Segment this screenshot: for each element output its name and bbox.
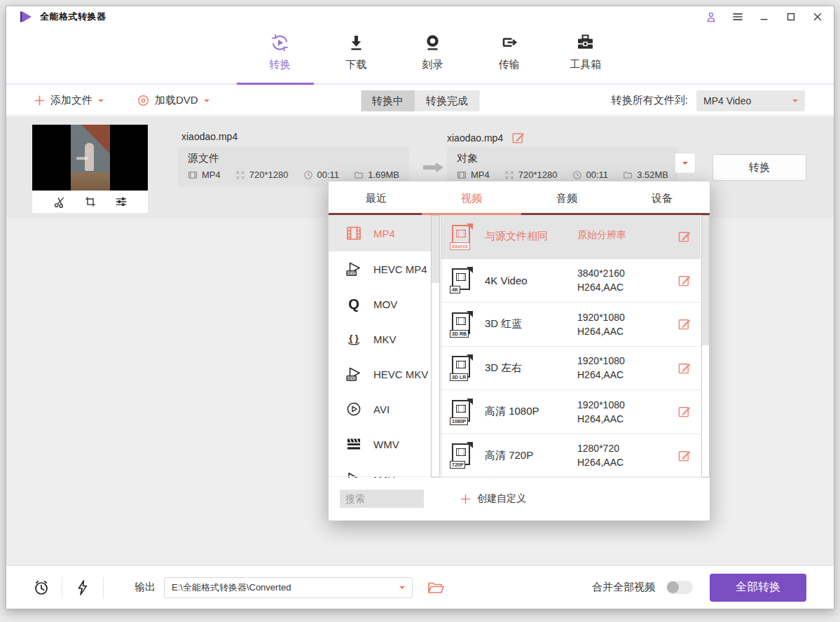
resolution-icon	[504, 170, 514, 180]
format-item-avi[interactable]: AVI	[329, 392, 432, 427]
tab-burn-label: 刻录	[422, 58, 443, 71]
tab-toolbox[interactable]: 工具箱	[547, 33, 624, 71]
maximize-icon[interactable]	[785, 11, 797, 23]
main-nav: 转换 下载 刻录 传输	[6, 26, 834, 85]
bottom-bar: 输出 E:\全能格式转换器\Converted 合并全部视频 全部转换	[6, 565, 834, 609]
preset-1080p-icon: 1080P	[451, 399, 472, 424]
format-list-scrollbar[interactable]	[431, 215, 440, 478]
video-thumbnail-card	[32, 125, 148, 213]
tab-finished[interactable]: 转换完成	[415, 90, 479, 111]
active-tab-underline	[237, 83, 314, 85]
format-item-hevc-mkv[interactable]: HEVC HEVC MKV	[329, 357, 432, 392]
tab-burn[interactable]: 刻录	[394, 33, 471, 71]
dropdown-caret-icon	[792, 99, 798, 105]
rename-edit-icon[interactable]	[511, 131, 525, 144]
toolbox-icon	[576, 33, 595, 53]
plus-icon	[460, 494, 471, 504]
high-speed-bolt-icon[interactable]	[74, 579, 92, 597]
format-list: MP4 HEVC HEVC MP4 Q MOV	[329, 215, 441, 478]
source-resolution: 720*1280	[249, 170, 289, 180]
svg-text:Q: Q	[348, 296, 359, 312]
output-path-dropdown[interactable]: E:\全能格式转换器\Converted	[164, 577, 413, 598]
open-folder-icon[interactable]	[427, 579, 445, 597]
download-icon	[347, 33, 366, 53]
preset-4k-icon: 4K	[451, 268, 472, 293]
convert-all-to-label: 转换所有文件到:	[612, 94, 688, 107]
tab-transfer[interactable]: 传输	[471, 33, 547, 71]
preset-list-scrollbar[interactable]	[701, 215, 710, 478]
status-segmented-control: 转换中 转换完成	[361, 90, 479, 111]
convert-all-button[interactable]: 全部转换	[710, 574, 806, 602]
format-item-mov[interactable]: Q MOV	[329, 286, 432, 322]
target-format: MP4	[471, 170, 490, 180]
target-format-dropdown-button[interactable]	[675, 153, 696, 174]
menu-icon[interactable]	[731, 11, 744, 23]
load-dvd-button[interactable]: 加载DVD	[137, 94, 209, 107]
edit-preset-icon[interactable]	[677, 317, 691, 331]
preset-3d-lr-icon: 3D LR	[451, 355, 472, 380]
source-duration: 00:11	[317, 170, 340, 180]
app-window: 全能格式转换器	[6, 6, 834, 609]
mkv-braces-icon: { }	[345, 331, 362, 347]
crop-icon[interactable]	[84, 195, 97, 208]
convert-button[interactable]: 转换	[712, 154, 806, 181]
close-icon[interactable]	[811, 11, 824, 23]
target-section-label: 对象	[457, 152, 668, 165]
tab-transfer-label: 传输	[499, 58, 520, 71]
preset-row-1080p[interactable]: 1080P 高清 1080P 1920*1080H264,AAC	[441, 390, 701, 434]
popup-tab-device[interactable]: 设备	[614, 181, 710, 215]
preset-row-3d-rb[interactable]: 3D RB 3D 红蓝 1920*1080H264,AAC	[441, 303, 701, 347]
source-size: 1.69MB	[368, 170, 399, 180]
wmv-clapperboard-icon	[345, 436, 362, 452]
edit-preset-icon[interactable]	[677, 361, 691, 375]
source-file-name: xiaodao.mp4	[181, 131, 237, 142]
resolution-icon	[235, 170, 245, 180]
schedule-alarm-icon[interactable]	[32, 579, 50, 597]
format-item-mp4[interactable]: MP4	[329, 215, 432, 251]
hevc-play-icon: HEVC	[345, 261, 362, 277]
trim-scissors-icon[interactable]	[53, 195, 66, 208]
burn-disc-icon	[424, 33, 442, 53]
edit-preset-icon[interactable]	[677, 449, 691, 462]
merge-all-toggle[interactable]	[666, 581, 693, 594]
edit-preset-icon[interactable]	[677, 230, 691, 243]
hevc-play-icon: HEVC	[345, 366, 362, 382]
user-account-icon[interactable]	[705, 11, 717, 23]
edit-preset-icon[interactable]	[677, 274, 691, 287]
preset-row-4k[interactable]: 4K 4K Video 3840*2160H264,AAC	[441, 259, 701, 303]
svg-text:HEVC: HEVC	[347, 272, 356, 275]
popup-tab-video[interactable]: 视频	[424, 181, 519, 215]
preset-row-720p[interactable]: 720P 高清 720P 1280*720H264,AAC	[441, 434, 701, 478]
plus-icon	[34, 95, 45, 106]
search-input[interactable]	[340, 490, 424, 508]
format-item-mkv[interactable]: { } MKV	[329, 322, 432, 357]
popup-tab-audio[interactable]: 音频	[519, 181, 614, 215]
tab-download[interactable]: 下载	[318, 33, 394, 71]
source-file-icon: source	[451, 224, 472, 249]
convert-all-to-value: MP4 Video	[703, 95, 751, 106]
minimize-icon[interactable]	[758, 11, 771, 23]
output-label: 输出	[135, 581, 156, 594]
effects-sliders-icon[interactable]	[115, 195, 128, 208]
transfer-icon	[500, 33, 518, 53]
tab-convert[interactable]: 转换	[242, 33, 318, 71]
format-item-m4v[interactable]: M4V	[329, 462, 432, 478]
app-title: 全能格式转换器	[40, 11, 106, 23]
titlebar: 全能格式转换器	[6, 6, 834, 27]
tab-converting[interactable]: 转换中	[361, 90, 415, 111]
add-files-button[interactable]: 添加文件	[34, 94, 104, 107]
merge-all-label: 合并全部视频	[592, 581, 655, 594]
create-custom-button[interactable]: 创建自定义	[460, 492, 526, 505]
convert-icon	[270, 33, 290, 53]
convert-all-to-dropdown[interactable]: MP4 Video	[696, 90, 805, 111]
file-size-folder-icon	[623, 170, 633, 180]
popup-tab-recent[interactable]: 最近	[329, 181, 424, 215]
preset-row-same-as-source[interactable]: source 与源文件相同 原始分辨率	[441, 215, 701, 259]
preset-list: source 与源文件相同 原始分辨率 4K 4K Video 3840*216…	[441, 215, 710, 478]
dvd-disc-icon	[137, 95, 149, 106]
popup-footer: 创建自定义	[329, 476, 710, 520]
preset-row-3d-lr[interactable]: 3D LR 3D 左右 1920*1080H264,AAC	[441, 347, 701, 391]
edit-preset-icon[interactable]	[677, 405, 691, 418]
format-item-wmv[interactable]: WMV	[329, 427, 432, 462]
format-item-hevc-mp4[interactable]: HEVC HEVC MP4	[329, 251, 432, 286]
